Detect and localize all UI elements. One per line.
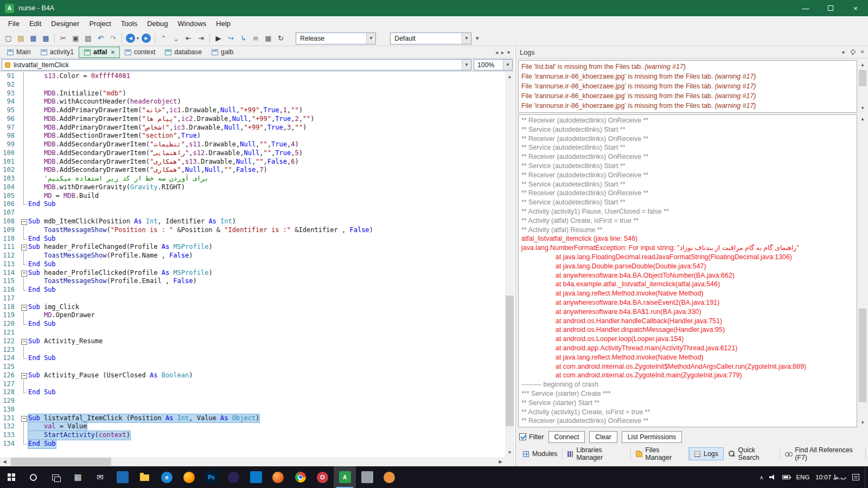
code-line[interactable]: 100 MDB.AddSecondaryDrawerItem("راهنمایی…	[0, 149, 505, 158]
menu-windows[interactable]: Windows	[173, 16, 212, 31]
log-entry[interactable]: ** Receiver (autodetectlinks) OnReceive …	[519, 116, 857, 125]
conditional-symbols-select[interactable]: Default ▼	[390, 33, 471, 44]
close-button[interactable]: ×	[843, 0, 868, 16]
log-entry[interactable]: at android.os.Looper.loop(Looper.java:15…	[519, 335, 857, 344]
build-configuration-select[interactable]: Release ▼	[296, 33, 376, 44]
scroll-up-icon[interactable]: ▲	[858, 114, 867, 124]
warning-entry[interactable]: File 'list.bal' is missing from the File…	[519, 62, 857, 72]
redo-button[interactable]: ↷	[107, 32, 119, 44]
open-button[interactable]: ▤	[15, 32, 27, 44]
log-entry[interactable]: ** Service (autodetectlinks) Start **	[519, 180, 857, 189]
code-line[interactable]: 126Sub Activity_Pause (UserClosed As Boo…	[0, 371, 505, 380]
code-line[interactable]: 99 MDB.AddSecondaryDrawerItem("تنظیمات",…	[0, 140, 505, 149]
warning-entry[interactable]: File 'irannurse.ir-86_khoerzaee.jpg' is …	[519, 101, 857, 111]
code-line[interactable]: 130	[0, 406, 505, 414]
code-line[interactable]: 108Sub mdb_ItemClick(Position As Int, Id…	[0, 217, 505, 226]
eclipse-app[interactable]	[222, 466, 245, 488]
tool-tab-libraries[interactable]: Libraries Manager	[563, 447, 630, 460]
tray-expand-icon[interactable]: ∧	[760, 474, 763, 480]
code-line[interactable]: 116End Sub	[0, 286, 505, 294]
rebuild-button[interactable]: ↻	[275, 32, 287, 44]
code-line[interactable]: 132 val = Value	[0, 422, 505, 431]
log-entry[interactable]: at java.lang.reflect.Method.invoke(Nativ…	[519, 353, 857, 362]
log-entry[interactable]: ** Activity (activity1) Create, isFirst …	[519, 408, 857, 417]
code-line[interactable]: 131Sub listvatfal_ItemClick (Position As…	[0, 414, 505, 423]
fold-collapse-icon[interactable]	[20, 371, 28, 380]
log-entry[interactable]: at anywheresoftware.b4a.BA$1.run(BA.java…	[519, 307, 857, 317]
step-over-button[interactable]: ↪	[225, 32, 237, 44]
scroll-up-icon[interactable]: ▲	[505, 72, 514, 81]
action-center-icon[interactable]	[852, 474, 859, 480]
start-button[interactable]	[0, 466, 22, 488]
tab-activity1[interactable]: activity1	[36, 47, 79, 58]
code-line[interactable]: 96 MDB.AddPrimaryDrawerItem("پیام ها",ic…	[0, 115, 505, 124]
language-indicator[interactable]: ENG	[796, 474, 809, 480]
scroll-down-icon[interactable]: ▼	[505, 448, 514, 457]
code-line[interactable]: 102 MDB.AddSecondaryDrawerItem("همکاری",…	[0, 166, 505, 175]
photoshop-app[interactable]: Ps	[200, 466, 222, 488]
clear-button[interactable]: Clear	[589, 431, 617, 443]
paste-button[interactable]: ▧	[82, 32, 94, 44]
code-vertical-scrollbar[interactable]: ▲ ▼	[505, 72, 514, 457]
log-entry[interactable]: at com.android.internal.os.ZygoteInit$Me…	[519, 362, 857, 371]
tab-database[interactable]: database	[160, 47, 207, 58]
chevron-down-icon[interactable]: ▾	[137, 36, 139, 41]
file-explorer-app[interactable]	[133, 466, 156, 488]
tab-context[interactable]: context	[120, 47, 161, 58]
log-entry[interactable]: atfal_listvatfal_itemclick (java line: 5…	[519, 234, 857, 243]
chevron-down-icon[interactable]: ▼	[503, 60, 512, 70]
firefox-dev-app[interactable]	[267, 466, 289, 488]
log-entry[interactable]: ** Receiver (autodetectlinks) OnReceive …	[519, 416, 857, 426]
scrollbar-thumb[interactable]	[859, 70, 866, 86]
b4a-app[interactable]: A	[334, 466, 356, 488]
code-line[interactable]: 106End Sub	[0, 200, 505, 209]
code-line[interactable]: 105 MD = MDB.Build	[0, 192, 505, 201]
chrome-app[interactable]	[289, 466, 311, 488]
tool-tab-modules[interactable]: Modules	[518, 447, 563, 460]
code-line[interactable]: 129	[0, 397, 505, 406]
minimize-button[interactable]: —	[793, 0, 818, 16]
warning-entry[interactable]: File 'irannurse.ir-86_khoerzaee.jpg' is …	[519, 72, 857, 81]
mail-app[interactable]: ✉	[89, 466, 111, 488]
zoom-selector[interactable]: 100% ▼	[474, 59, 513, 70]
pin-icon[interactable]	[850, 49, 856, 55]
tab-list-icon[interactable]: ▾	[507, 49, 510, 55]
scrollbar-thumb[interactable]	[506, 296, 514, 426]
archive-app[interactable]	[356, 466, 378, 488]
tab-atfal[interactable]: atfal×	[79, 47, 120, 58]
log-entry[interactable]: at android.os.Handler.dispatchMessage(Ha…	[519, 325, 857, 335]
tool-tab-logs[interactable]: Logs	[689, 447, 724, 460]
fold-collapse-icon[interactable]	[20, 337, 28, 346]
tool-tab-files[interactable]: Files Manager	[631, 447, 690, 460]
code-line[interactable]: 123	[0, 346, 505, 355]
step-into-button[interactable]: ↳	[237, 32, 250, 44]
code-line[interactable]: 95 MDB.AddPrimaryDrawerItem("خانه",ic1.D…	[0, 106, 505, 115]
filter-checkbox[interactable]	[519, 433, 526, 440]
menu-debug[interactable]: Debug	[142, 16, 173, 31]
battery-icon[interactable]	[782, 475, 790, 479]
opera-app[interactable]: O	[311, 466, 334, 488]
vscode-app[interactable]	[245, 466, 267, 488]
log-entry[interactable]: at android.app.ActivityThread.main(Activ…	[519, 344, 857, 353]
log-entry[interactable]: ** Activity (atfal) Resume **	[519, 226, 857, 235]
code-line[interactable]: 118Sub img_Click	[0, 303, 505, 312]
code-line[interactable]: 117	[0, 294, 505, 303]
firefox-app[interactable]	[178, 466, 200, 488]
close-icon[interactable]: ×	[111, 49, 114, 55]
warnings-list[interactable]: File 'list.bal' is missing from the File…	[518, 60, 857, 113]
code-line[interactable]: 110End Sub	[0, 235, 505, 243]
new-button[interactable]: ▢	[2, 32, 15, 44]
code-editor[interactable]: 91 s13.Color = 0xffff40819293 MDB.Initia…	[0, 71, 514, 466]
fold-collapse-icon[interactable]	[20, 217, 28, 226]
scroll-down-icon[interactable]: ▼	[858, 104, 867, 113]
log-entry[interactable]: at com.android.internal.os.ZygoteInit.ma…	[519, 371, 857, 380]
fold-collapse-icon[interactable]	[20, 303, 28, 312]
log-entry[interactable]: at b4a.example.atfal._listvatfal_itemcli…	[519, 280, 857, 289]
log-entry[interactable]: java.lang.NumberFormatException: For inp…	[519, 243, 857, 253]
log-entry[interactable]: at java.lang.Double.parseDouble(Double.j…	[519, 262, 857, 271]
code-line[interactable]: 120End Sub	[0, 320, 505, 329]
code-line[interactable]: 134End Sub	[0, 440, 505, 448]
scroll-left-icon[interactable]: ◀	[0, 457, 9, 466]
log-entry[interactable]: at android.os.Handler.handleCallback(Han…	[519, 317, 857, 326]
warning-entry[interactable]: File 'irannurse.ir-86_khoerzaee.jpg' is …	[519, 81, 857, 91]
